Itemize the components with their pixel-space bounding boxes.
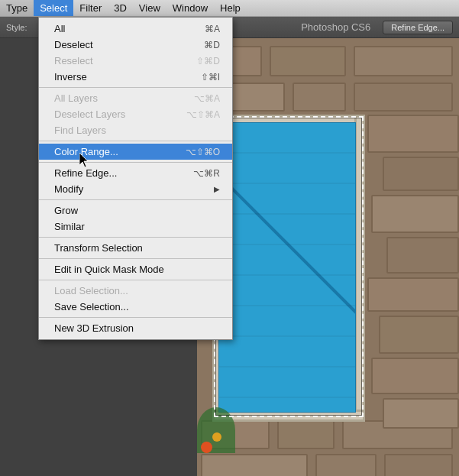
menu-item-new-3d-extrusion[interactable]: New 3D Extrusion <box>39 320 232 336</box>
separator-4 <box>39 199 232 200</box>
menu-item-find-layers: Find Layers <box>39 122 232 138</box>
menubar-item-view[interactable]: View <box>133 0 166 16</box>
separator-5 <box>39 237 232 238</box>
menubar-item-3d[interactable]: 3D <box>108 0 133 16</box>
separator-1 <box>39 87 232 88</box>
separator-2 <box>39 141 232 141</box>
menu-item-deselect-layers: Deselect Layers ⌥⇧⌘A <box>39 106 232 122</box>
menubar: Type Select Filter 3D View Window Help <box>0 0 459 17</box>
menu-item-modify[interactable]: Modify ▶ <box>39 181 232 197</box>
refine-edge-button[interactable]: Refine Edge... <box>383 21 453 34</box>
separator-7 <box>39 280 232 280</box>
app-title: Photoshop CS6 <box>301 21 370 33</box>
menubar-item-filter[interactable]: Filter <box>73 0 108 16</box>
menu-item-deselect[interactable]: Deselect ⌘D <box>39 37 232 53</box>
canvas-area <box>197 38 459 476</box>
menubar-item-type[interactable]: Type <box>0 0 34 16</box>
menu-item-reselect: Reselect ⇧⌘D <box>39 53 232 69</box>
menubar-item-help[interactable]: Help <box>214 0 247 16</box>
menu-item-refine-edge[interactable]: Refine Edge... ⌥⌘R <box>39 165 232 181</box>
menu-item-transform-selection[interactable]: Transform Selection <box>39 240 232 256</box>
style-label: Style: <box>6 23 27 32</box>
dropdown-menu: All ⌘A Deselect ⌘D Reselect ⇧⌘D Inverse … <box>38 17 233 340</box>
menu-item-edit-quick-mask[interactable]: Edit in Quick Mask Mode <box>39 261 232 277</box>
menu-item-similar[interactable]: Similar <box>39 219 232 235</box>
menu-item-all-layers: All Layers ⌥⌘A <box>39 90 232 106</box>
menubar-item-window[interactable]: Window <box>166 0 214 16</box>
separator-3 <box>39 162 232 163</box>
menu-item-all[interactable]: All ⌘A <box>39 21 232 37</box>
menu-item-load-selection: Load Selection... <box>39 283 232 299</box>
separator-6 <box>39 258 232 259</box>
menubar-item-select[interactable]: Select <box>34 0 73 16</box>
menu-item-color-range[interactable]: Color Range... ⌥⇧⌘O <box>39 144 232 160</box>
menu-item-grow[interactable]: Grow <box>39 202 232 219</box>
separator-8 <box>39 317 232 318</box>
menu-item-save-selection[interactable]: Save Selection... <box>39 299 232 315</box>
menu-item-inverse[interactable]: Inverse ⇧⌘I <box>39 69 232 85</box>
